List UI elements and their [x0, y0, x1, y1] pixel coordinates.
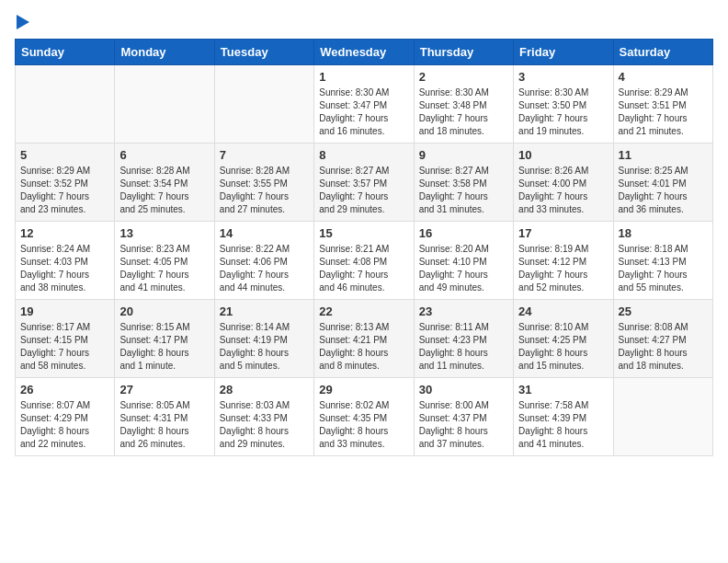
- day-number: 19: [20, 304, 109, 318]
- day-number: 3: [518, 70, 608, 84]
- day-number: 29: [319, 383, 408, 396]
- day-number: 8: [319, 148, 408, 162]
- col-header-wednesday: Wednesday: [314, 40, 414, 65]
- day-info: Sunrise: 8:00 AMSunset: 4:37 PMDaylight:…: [419, 399, 508, 451]
- day-info: Sunrise: 8:29 AMSunset: 3:52 PMDaylight:…: [20, 165, 109, 216]
- day-info: Sunrise: 8:20 AMSunset: 4:10 PMDaylight:…: [419, 243, 508, 294]
- day-info: Sunrise: 8:15 AMSunset: 4:17 PMDaylight:…: [119, 321, 209, 373]
- calendar-cell: 2Sunrise: 8:30 AMSunset: 3:48 PMDaylight…: [414, 65, 513, 144]
- col-header-monday: Monday: [115, 40, 214, 65]
- day-info: Sunrise: 8:03 AMSunset: 4:33 PMDaylight:…: [220, 399, 309, 451]
- col-header-sunday: Sunday: [16, 40, 115, 65]
- day-info: Sunrise: 8:07 AMSunset: 4:29 PMDaylight:…: [20, 399, 109, 451]
- day-info: Sunrise: 8:19 AMSunset: 4:12 PMDaylight:…: [518, 243, 608, 294]
- calendar-cell: 30Sunrise: 8:00 AMSunset: 4:37 PMDayligh…: [414, 378, 513, 456]
- calendar-cell: 26Sunrise: 8:07 AMSunset: 4:29 PMDayligh…: [16, 378, 115, 456]
- calendar-cell: 14Sunrise: 8:22 AMSunset: 4:06 PMDayligh…: [214, 222, 313, 300]
- day-info: Sunrise: 8:30 AMSunset: 3:48 PMDaylight:…: [419, 86, 508, 138]
- col-header-friday: Friday: [514, 40, 613, 65]
- calendar-cell: [16, 65, 115, 144]
- calendar-cell: 21Sunrise: 8:14 AMSunset: 4:19 PMDayligh…: [214, 300, 313, 378]
- day-info: Sunrise: 8:30 AMSunset: 3:47 PMDaylight:…: [319, 86, 408, 138]
- col-header-saturday: Saturday: [613, 40, 712, 65]
- day-number: 6: [119, 148, 209, 162]
- day-info: Sunrise: 8:05 AMSunset: 4:31 PMDaylight:…: [119, 399, 209, 451]
- day-info: Sunrise: 8:25 AMSunset: 4:01 PMDaylight:…: [619, 165, 708, 216]
- calendar-cell: 1Sunrise: 8:30 AMSunset: 3:47 PMDaylight…: [314, 65, 414, 144]
- calendar-cell: 27Sunrise: 8:05 AMSunset: 4:31 PMDayligh…: [115, 378, 214, 456]
- day-info: Sunrise: 8:02 AMSunset: 4:35 PMDaylight:…: [319, 399, 408, 451]
- calendar-header-row: SundayMondayTuesdayWednesdayThursdayFrid…: [16, 40, 713, 65]
- day-info: Sunrise: 8:22 AMSunset: 4:06 PMDaylight:…: [220, 243, 309, 294]
- day-info: Sunrise: 8:18 AMSunset: 4:13 PMDaylight:…: [619, 243, 708, 294]
- day-number: 4: [619, 70, 708, 84]
- page-header: [15, 15, 713, 29]
- day-info: Sunrise: 8:28 AMSunset: 3:55 PMDaylight:…: [220, 165, 309, 216]
- day-number: 2: [419, 70, 508, 84]
- calendar-cell: 25Sunrise: 8:08 AMSunset: 4:27 PMDayligh…: [613, 300, 712, 378]
- calendar-cell: 4Sunrise: 8:29 AMSunset: 3:51 PMDaylight…: [613, 65, 712, 144]
- day-number: 1: [319, 70, 408, 84]
- day-number: 24: [518, 304, 608, 318]
- day-number: 11: [619, 148, 708, 162]
- calendar-table: SundayMondayTuesdayWednesdayThursdayFrid…: [15, 39, 713, 456]
- day-number: 5: [20, 148, 109, 162]
- day-number: 28: [220, 383, 309, 396]
- day-info: Sunrise: 8:08 AMSunset: 4:27 PMDaylight:…: [619, 321, 708, 373]
- calendar-cell: 3Sunrise: 8:30 AMSunset: 3:50 PMDaylight…: [514, 65, 613, 144]
- calendar-cell: 18Sunrise: 8:18 AMSunset: 4:13 PMDayligh…: [613, 222, 712, 300]
- calendar-cell: 6Sunrise: 8:28 AMSunset: 3:54 PMDaylight…: [115, 144, 214, 222]
- day-info: Sunrise: 8:13 AMSunset: 4:21 PMDaylight:…: [319, 321, 408, 373]
- calendar-week-row: 12Sunrise: 8:24 AMSunset: 4:03 PMDayligh…: [16, 222, 713, 300]
- day-info: Sunrise: 8:27 AMSunset: 3:58 PMDaylight:…: [419, 165, 508, 216]
- calendar-cell: [613, 378, 712, 456]
- day-number: 7: [220, 148, 309, 162]
- day-info: Sunrise: 8:30 AMSunset: 3:50 PMDaylight:…: [518, 86, 608, 138]
- day-info: Sunrise: 8:29 AMSunset: 3:51 PMDaylight:…: [619, 86, 708, 138]
- calendar-cell: 15Sunrise: 8:21 AMSunset: 4:08 PMDayligh…: [314, 222, 414, 300]
- logo: [15, 15, 29, 29]
- day-number: 25: [619, 304, 708, 318]
- calendar-cell: 11Sunrise: 8:25 AMSunset: 4:01 PMDayligh…: [613, 144, 712, 222]
- day-info: Sunrise: 8:17 AMSunset: 4:15 PMDaylight:…: [20, 321, 109, 373]
- calendar-cell: 20Sunrise: 8:15 AMSunset: 4:17 PMDayligh…: [115, 300, 214, 378]
- logo-arrow-icon: [17, 15, 29, 29]
- day-number: 13: [119, 226, 209, 240]
- calendar-cell: 9Sunrise: 8:27 AMSunset: 3:58 PMDaylight…: [414, 144, 513, 222]
- day-info: Sunrise: 8:10 AMSunset: 4:25 PMDaylight:…: [518, 321, 608, 373]
- day-number: 14: [220, 226, 309, 240]
- calendar-cell: 8Sunrise: 8:27 AMSunset: 3:57 PMDaylight…: [314, 144, 414, 222]
- day-info: Sunrise: 8:14 AMSunset: 4:19 PMDaylight:…: [220, 321, 309, 373]
- day-info: Sunrise: 8:27 AMSunset: 3:57 PMDaylight:…: [319, 165, 408, 216]
- day-number: 31: [518, 383, 608, 396]
- day-number: 21: [220, 304, 309, 318]
- day-info: Sunrise: 7:58 AMSunset: 4:39 PMDaylight:…: [518, 399, 608, 451]
- calendar-cell: 10Sunrise: 8:26 AMSunset: 4:00 PMDayligh…: [514, 144, 613, 222]
- day-number: 30: [419, 383, 508, 396]
- calendar-cell: 12Sunrise: 8:24 AMSunset: 4:03 PMDayligh…: [16, 222, 115, 300]
- day-number: 16: [419, 226, 508, 240]
- day-info: Sunrise: 8:11 AMSunset: 4:23 PMDaylight:…: [419, 321, 508, 373]
- day-number: 10: [518, 148, 608, 162]
- day-number: 17: [518, 226, 608, 240]
- day-info: Sunrise: 8:23 AMSunset: 4:05 PMDaylight:…: [119, 243, 209, 294]
- calendar-cell: [214, 65, 313, 144]
- day-number: 20: [119, 304, 209, 318]
- day-info: Sunrise: 8:28 AMSunset: 3:54 PMDaylight:…: [119, 165, 209, 216]
- calendar-cell: 29Sunrise: 8:02 AMSunset: 4:35 PMDayligh…: [314, 378, 414, 456]
- day-info: Sunrise: 8:24 AMSunset: 4:03 PMDaylight:…: [20, 243, 109, 294]
- day-number: 18: [619, 226, 708, 240]
- calendar-cell: 19Sunrise: 8:17 AMSunset: 4:15 PMDayligh…: [16, 300, 115, 378]
- calendar-cell: 17Sunrise: 8:19 AMSunset: 4:12 PMDayligh…: [514, 222, 613, 300]
- calendar-cell: 28Sunrise: 8:03 AMSunset: 4:33 PMDayligh…: [214, 378, 313, 456]
- day-number: 23: [419, 304, 508, 318]
- day-info: Sunrise: 8:26 AMSunset: 4:00 PMDaylight:…: [518, 165, 608, 216]
- day-number: 27: [119, 383, 209, 396]
- day-number: 26: [20, 383, 109, 396]
- calendar-week-row: 1Sunrise: 8:30 AMSunset: 3:47 PMDaylight…: [16, 65, 713, 144]
- day-info: Sunrise: 8:21 AMSunset: 4:08 PMDaylight:…: [319, 243, 408, 294]
- calendar-week-row: 5Sunrise: 8:29 AMSunset: 3:52 PMDaylight…: [16, 144, 713, 222]
- calendar-week-row: 26Sunrise: 8:07 AMSunset: 4:29 PMDayligh…: [16, 378, 713, 456]
- calendar-cell: [115, 65, 214, 144]
- col-header-thursday: Thursday: [414, 40, 513, 65]
